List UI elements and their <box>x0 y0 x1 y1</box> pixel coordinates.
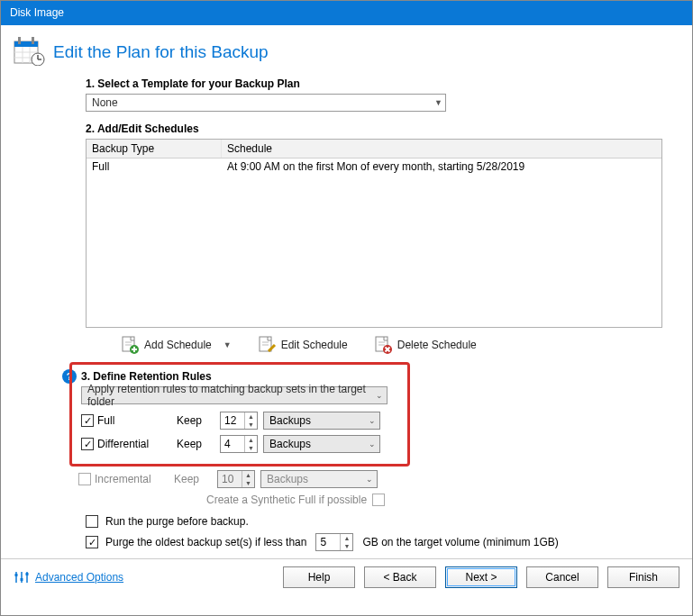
chevron-down-icon: ⌄ <box>366 475 373 484</box>
row-type: Full <box>87 159 222 175</box>
incremental-label: Incremental <box>95 473 174 485</box>
full-label: Full <box>97 414 177 427</box>
retention-row-incremental: Incremental Keep 10 ▲▼ Backups ⌄ <box>78 470 679 488</box>
synthetic-full-row: Create a Synthetic Full if possible <box>206 494 679 506</box>
full-checkbox[interactable]: ✓ <box>81 414 94 427</box>
template-value: None <box>92 96 118 109</box>
full-keep-spinner[interactable]: 12 ▲▼ <box>220 412 258 430</box>
retention-row-full: ✓ Full Keep 12 ▲▼ Backups ⌄ <box>81 412 400 430</box>
spin-up-icon: ▲ <box>242 471 254 479</box>
full-unit-select[interactable]: Backups ⌄ <box>263 412 380 430</box>
chevron-down-icon: ▼ <box>434 98 442 107</box>
full-keep-value: 12 <box>221 412 244 429</box>
incremental-unit-select: Backups ⌄ <box>260 470 378 488</box>
finish-button[interactable]: Finish <box>607 566 679 588</box>
chevron-down-icon: ⌄ <box>376 391 383 400</box>
purge-oldest-row: ✓ Purge the oldest backup set(s) if less… <box>86 533 679 551</box>
schedule-row[interactable]: Full At 9:00 AM on the first Mon of ever… <box>87 159 661 175</box>
section3-label: 3. Define Retention Rules <box>81 370 400 383</box>
spin-up-icon[interactable]: ▲ <box>245 412 257 421</box>
document-delete-icon <box>373 335 393 355</box>
retention-scope-value: Apply retention rules to matching backup… <box>87 383 376 408</box>
edit-schedule-label: Edit Schedule <box>281 339 348 351</box>
incremental-keep-spinner: 10 ▲▼ <box>217 470 255 488</box>
row-schedule: At 9:00 AM on the first Mon of every mon… <box>222 159 661 175</box>
window-title: Disk Image <box>1 1 692 25</box>
calendar-edit-icon <box>14 36 46 68</box>
retention-highlight: 3. Define Retention Rules Apply retentio… <box>69 362 410 467</box>
delete-schedule-button[interactable]: Delete Schedule <box>373 335 477 355</box>
edit-schedule-button[interactable]: Edit Schedule <box>257 335 348 355</box>
sliders-icon <box>14 569 30 585</box>
keep-label: Keep <box>177 414 220 427</box>
differential-unit-value: Backups <box>269 438 311 450</box>
col-backup-type: Backup Type <box>87 140 222 158</box>
spin-down-icon[interactable]: ▼ <box>341 542 352 550</box>
template-select[interactable]: None ▼ <box>86 94 446 112</box>
back-button[interactable]: < Back <box>364 566 436 588</box>
differential-unit-select[interactable]: Backups ⌄ <box>263 435 380 453</box>
col-schedule: Schedule <box>222 140 661 158</box>
delete-schedule-label: Delete Schedule <box>397 339 477 351</box>
incremental-unit-value: Backups <box>267 473 308 485</box>
run-before-checkbox[interactable] <box>86 515 98 528</box>
chevron-down-icon: ⌄ <box>369 416 376 425</box>
section2-label: 2. Add/Edit Schedules <box>86 122 679 135</box>
svg-rect-30 <box>15 574 18 576</box>
help-button[interactable]: Help <box>283 566 355 588</box>
add-schedule-button[interactable]: Add Schedule ▼ <box>120 335 232 355</box>
differential-keep-spinner[interactable]: 4 ▲▼ <box>220 435 258 453</box>
retention-scope-select[interactable]: Apply retention rules to matching backup… <box>81 386 388 404</box>
svg-rect-32 <box>26 573 29 575</box>
advanced-options-label: Advanced Options <box>35 571 123 584</box>
purge-gb-spinner[interactable]: 5 ▲▼ <box>315 533 353 551</box>
differential-label: Differential <box>97 438 177 450</box>
incremental-keep-value: 10 <box>218 471 242 487</box>
page-title: Edit the Plan for this Backup <box>53 42 269 62</box>
spin-up-icon[interactable]: ▲ <box>245 436 257 444</box>
incremental-checkbox[interactable] <box>78 473 91 485</box>
spin-down-icon[interactable]: ▼ <box>245 421 257 429</box>
retention-row-differential: ✓ Differential Keep 4 ▲▼ Backups ⌄ <box>81 435 400 453</box>
section1-label: 1. Select a Template for your Backup Pla… <box>86 77 679 90</box>
purge-oldest-suffix: GB on the target volume (minimum 1GB) <box>362 536 558 548</box>
document-add-icon <box>120 335 140 355</box>
svg-rect-2 <box>18 37 21 44</box>
full-unit-value: Backups <box>269 414 311 427</box>
run-before-row: Run the purge before backup. <box>86 515 679 528</box>
differential-keep-value: 4 <box>221 436 244 452</box>
svg-rect-1 <box>14 41 38 47</box>
schedule-grid[interactable]: Backup Type Schedule Full At 9:00 AM on … <box>86 139 662 328</box>
synthetic-full-label: Create a Synthetic Full if possible <box>206 494 367 506</box>
spin-down-icon[interactable]: ▼ <box>245 444 257 452</box>
spin-up-icon[interactable]: ▲ <box>341 534 352 542</box>
differential-checkbox[interactable]: ✓ <box>81 438 94 450</box>
keep-label: Keep <box>174 473 217 485</box>
purge-gb-value: 5 <box>316 534 340 550</box>
spin-down-icon: ▼ <box>242 479 254 487</box>
document-edit-icon <box>257 335 277 355</box>
next-button[interactable]: Next > <box>445 566 517 588</box>
add-schedule-label: Add Schedule <box>144 339 212 351</box>
synthetic-full-checkbox <box>372 494 385 506</box>
svg-rect-31 <box>21 578 23 581</box>
purge-oldest-prefix: Purge the oldest backup set(s) if less t… <box>105 536 306 548</box>
svg-rect-3 <box>32 37 34 44</box>
advanced-options-link[interactable]: Advanced Options <box>14 569 123 585</box>
chevron-down-icon[interactable]: ▼ <box>223 340 232 349</box>
purge-oldest-checkbox[interactable]: ✓ <box>86 536 98 548</box>
run-before-label: Run the purge before backup. <box>105 515 249 528</box>
cancel-button[interactable]: Cancel <box>526 566 598 588</box>
chevron-down-icon: ⌄ <box>369 439 376 448</box>
keep-label: Keep <box>177 438 220 450</box>
